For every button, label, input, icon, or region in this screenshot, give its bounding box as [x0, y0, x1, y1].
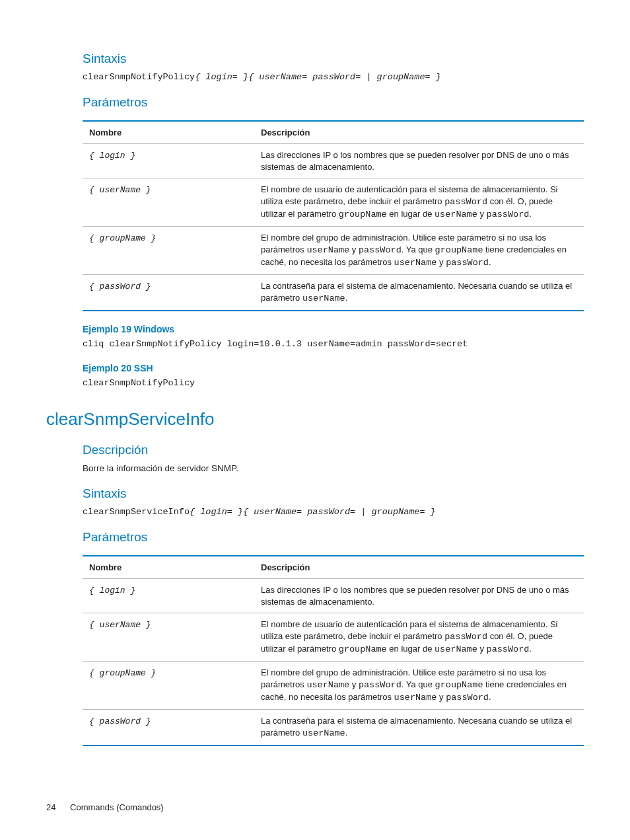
- th-name-2: Nombre: [83, 556, 254, 579]
- syntax-line-2: clearSnmpServiceInfo{ login= }{ userName…: [83, 506, 584, 518]
- params-tbody-2: { login }Las direcciones IP o los nombre…: [83, 579, 584, 745]
- table-row: { groupName }El nombre del grupo de admi…: [83, 227, 584, 275]
- param-name-cell: { login }: [83, 144, 254, 178]
- example-code-20: clearSnmpNotifyPolicy: [83, 377, 584, 389]
- table-row: { userName }El nombre de usuario de aute…: [83, 178, 584, 227]
- param-name: { groupName }: [89, 233, 156, 243]
- th-name: Nombre: [83, 121, 254, 144]
- param-name-cell: { groupName }: [83, 662, 254, 710]
- syntax-opts-2: { login= }{ userName= passWord= | groupN…: [190, 507, 436, 517]
- param-desc-cell: El nombre del grupo de administración. U…: [254, 662, 584, 710]
- table-row: { passWord }La contraseña para el sistem…: [83, 710, 584, 745]
- param-desc-cell: Las direcciones IP o los nombres que se …: [254, 579, 584, 613]
- heading-sintaxis-2: Sintaxis: [83, 485, 584, 502]
- param-desc-cell: El nombre del grupo de administración. U…: [254, 227, 584, 275]
- example-heading-20: Ejemplo 20 SSH: [83, 362, 584, 375]
- heading-parametros-2: Parámetros: [83, 529, 584, 546]
- section-clearSnmpNotifyPolicy: Sintaxis clearSnmpNotifyPolicy{ login= }…: [83, 50, 584, 389]
- param-name-cell: { userName }: [83, 178, 254, 227]
- table-row: { userName }El nombre de usuario de aute…: [83, 613, 584, 662]
- param-desc-cell: El nombre de usuario de autenticación pa…: [254, 178, 584, 227]
- syntax-line: clearSnmpNotifyPolicy{ login= }{ userNam…: [83, 71, 584, 83]
- param-name: { passWord }: [89, 282, 151, 291]
- param-desc-cell: Las direcciones IP o los nombres que se …: [254, 144, 584, 178]
- heading-sintaxis: Sintaxis: [83, 50, 584, 67]
- param-name-cell: { groupName }: [83, 227, 254, 275]
- param-desc-cell: La contraseña para el sistema de almacen…: [254, 275, 584, 311]
- params-table-1: Nombre Descripción { login }Las direccio…: [83, 120, 584, 311]
- param-name: { login }: [89, 586, 135, 595]
- section-clearSnmpServiceInfo: Descripción Borre la información de serv…: [83, 441, 584, 746]
- param-name: { groupName }: [89, 668, 156, 678]
- th-desc-2: Descripción: [254, 556, 584, 579]
- param-name-cell: { login }: [83, 579, 254, 613]
- param-desc-cell: La contraseña para el sistema de almacen…: [254, 710, 584, 745]
- heading-parametros: Parámetros: [83, 94, 584, 111]
- params-tbody-1: { login }Las direcciones IP o los nombre…: [83, 144, 584, 311]
- table-row: { login }Las direcciones IP o los nombre…: [83, 144, 584, 178]
- param-name: { login }: [89, 151, 135, 161]
- param-name: { userName }: [89, 620, 151, 630]
- table-row: { login }Las direcciones IP o los nombre…: [83, 579, 584, 613]
- param-name: { passWord }: [89, 716, 151, 726]
- example-code-19: cliq clearSnmpNotifyPolicy login=10.0.1.…: [83, 338, 584, 350]
- param-name-cell: { passWord }: [83, 275, 254, 311]
- table-row: { groupName }El nombre del grupo de admi…: [83, 662, 584, 710]
- th-desc: Descripción: [254, 121, 584, 144]
- syntax-cmd-2: clearSnmpServiceInfo: [83, 507, 190, 517]
- description-text: Borre la información de servidor SNMP.: [83, 463, 584, 475]
- param-desc-cell: El nombre de usuario de autenticación pa…: [254, 613, 584, 662]
- example-heading-19: Ejemplo 19 Windows: [83, 323, 584, 336]
- command-title: clearSnmpServiceInfo: [46, 408, 584, 431]
- param-name-cell: { userName }: [83, 613, 254, 662]
- heading-descripcion: Descripción: [83, 441, 584, 459]
- syntax-cmd: clearSnmpNotifyPolicy: [83, 72, 195, 82]
- param-name: { userName }: [89, 185, 151, 195]
- syntax-opts: { login= }{ userName= passWord= | groupN…: [195, 72, 441, 82]
- table-row: { passWord }La contraseña para el sistem…: [83, 275, 584, 311]
- params-table-2: Nombre Descripción { login }Las direccio…: [83, 555, 584, 746]
- param-name-cell: { passWord }: [83, 710, 254, 745]
